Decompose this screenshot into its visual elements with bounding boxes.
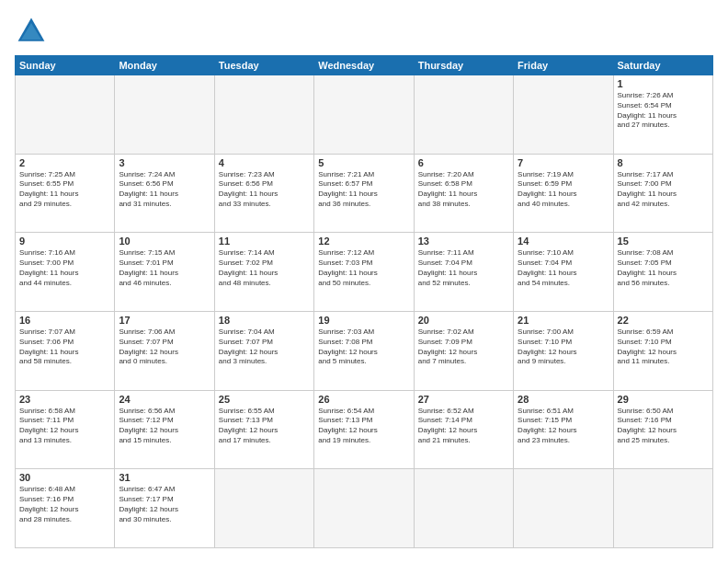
day-number: 28: [518, 394, 609, 405]
day-info: Sunrise: 6:54 AM Sunset: 7:13 PM Dayligh…: [318, 407, 409, 446]
day-number: 6: [418, 157, 509, 168]
day-info: Sunrise: 6:50 AM Sunset: 7:16 PM Dayligh…: [618, 407, 709, 446]
calendar-cell: [214, 75, 313, 155]
day-number: 5: [318, 157, 409, 168]
calendar-cell: 24Sunrise: 6:56 AM Sunset: 7:12 PM Dayli…: [115, 390, 214, 469]
day-info: Sunrise: 6:59 AM Sunset: 7:10 PM Dayligh…: [618, 327, 709, 367]
day-number: 9: [19, 236, 110, 247]
calendar-cell: 25Sunrise: 6:55 AM Sunset: 7:13 PM Dayli…: [214, 390, 313, 469]
calendar-cell: 18Sunrise: 7:04 AM Sunset: 7:07 PM Dayli…: [214, 311, 313, 390]
calendar-cell: 7Sunrise: 7:19 AM Sunset: 6:59 PM Daylig…: [514, 154, 613, 233]
day-info: Sunrise: 7:06 AM Sunset: 7:07 PM Dayligh…: [119, 327, 210, 367]
calendar-cell: 11Sunrise: 7:14 AM Sunset: 7:02 PM Dayli…: [214, 233, 313, 312]
calendar-week-row: 1Sunrise: 7:26 AM Sunset: 6:54 PM Daylig…: [16, 75, 713, 155]
day-info: Sunrise: 7:08 AM Sunset: 7:05 PM Dayligh…: [618, 248, 709, 288]
day-info: Sunrise: 7:10 AM Sunset: 7:04 PM Dayligh…: [518, 248, 609, 288]
calendar-cell: [414, 469, 513, 548]
day-number: 14: [518, 236, 609, 247]
calendar-cell: [314, 75, 414, 155]
calendar-cell: [214, 469, 313, 548]
calendar-week-row: 16Sunrise: 7:07 AM Sunset: 7:06 PM Dayli…: [16, 311, 713, 390]
day-info: Sunrise: 7:21 AM Sunset: 6:57 PM Dayligh…: [318, 170, 409, 210]
calendar-cell: 29Sunrise: 6:50 AM Sunset: 7:16 PM Dayli…: [613, 390, 712, 469]
calendar-cell: 21Sunrise: 7:00 AM Sunset: 7:10 PM Dayli…: [514, 311, 613, 390]
calendar-cell: [314, 469, 414, 548]
calendar-cell: 22Sunrise: 6:59 AM Sunset: 7:10 PM Dayli…: [613, 311, 712, 390]
day-info: Sunrise: 7:24 AM Sunset: 6:56 PM Dayligh…: [119, 170, 210, 210]
calendar-cell: 1Sunrise: 7:26 AM Sunset: 6:54 PM Daylig…: [613, 75, 712, 155]
calendar-cell: 27Sunrise: 6:52 AM Sunset: 7:14 PM Dayli…: [414, 390, 513, 469]
weekday-header-wednesday: Wednesday: [314, 56, 414, 75]
weekday-header-sunday: Sunday: [16, 56, 115, 75]
header: [15, 15, 713, 48]
calendar-cell: 4Sunrise: 7:23 AM Sunset: 6:56 PM Daylig…: [214, 154, 313, 233]
day-info: Sunrise: 7:23 AM Sunset: 6:56 PM Dayligh…: [219, 170, 310, 210]
calendar-cell: 31Sunrise: 6:47 AM Sunset: 7:17 PM Dayli…: [115, 469, 214, 548]
day-number: 2: [19, 157, 110, 168]
calendar-cell: [613, 469, 712, 548]
day-info: Sunrise: 7:14 AM Sunset: 7:02 PM Dayligh…: [219, 248, 310, 288]
day-number: 25: [219, 394, 310, 405]
day-info: Sunrise: 7:00 AM Sunset: 7:10 PM Dayligh…: [518, 327, 609, 367]
day-number: 3: [119, 157, 210, 168]
day-info: Sunrise: 7:03 AM Sunset: 7:08 PM Dayligh…: [318, 327, 409, 367]
day-number: 7: [518, 157, 609, 168]
day-info: Sunrise: 6:52 AM Sunset: 7:14 PM Dayligh…: [418, 407, 509, 446]
day-number: 8: [618, 157, 709, 168]
day-info: Sunrise: 6:47 AM Sunset: 7:17 PM Dayligh…: [119, 485, 210, 524]
calendar-cell: 3Sunrise: 7:24 AM Sunset: 6:56 PM Daylig…: [115, 154, 214, 233]
calendar-cell: 8Sunrise: 7:17 AM Sunset: 7:00 PM Daylig…: [613, 154, 712, 233]
calendar-cell: 23Sunrise: 6:58 AM Sunset: 7:11 PM Dayli…: [16, 390, 115, 469]
day-info: Sunrise: 7:02 AM Sunset: 7:09 PM Dayligh…: [418, 327, 509, 367]
calendar-cell: [514, 75, 613, 155]
day-number: 15: [618, 236, 709, 247]
calendar-table: SundayMondayTuesdayWednesdayThursdayFrid…: [15, 55, 713, 548]
logo: [15, 15, 51, 48]
day-info: Sunrise: 7:11 AM Sunset: 7:04 PM Dayligh…: [418, 248, 509, 288]
day-number: 20: [418, 315, 509, 326]
day-info: Sunrise: 7:07 AM Sunset: 7:06 PM Dayligh…: [19, 327, 110, 367]
day-info: Sunrise: 6:51 AM Sunset: 7:15 PM Dayligh…: [518, 407, 609, 446]
day-info: Sunrise: 7:20 AM Sunset: 6:58 PM Dayligh…: [418, 170, 509, 210]
day-number: 22: [618, 315, 709, 326]
day-number: 21: [518, 315, 609, 326]
calendar-cell: [514, 469, 613, 548]
day-number: 1: [618, 78, 709, 89]
calendar-cell: 10Sunrise: 7:15 AM Sunset: 7:01 PM Dayli…: [115, 233, 214, 312]
day-info: Sunrise: 6:55 AM Sunset: 7:13 PM Dayligh…: [219, 407, 310, 446]
day-info: Sunrise: 6:56 AM Sunset: 7:12 PM Dayligh…: [119, 407, 210, 446]
calendar-cell: 14Sunrise: 7:10 AM Sunset: 7:04 PM Dayli…: [514, 233, 613, 312]
day-number: 13: [418, 236, 509, 247]
day-number: 29: [618, 394, 709, 405]
day-info: Sunrise: 7:17 AM Sunset: 7:00 PM Dayligh…: [618, 170, 709, 210]
day-number: 19: [318, 315, 409, 326]
day-number: 11: [219, 236, 310, 247]
day-number: 27: [418, 394, 509, 405]
calendar-week-row: 9Sunrise: 7:16 AM Sunset: 7:00 PM Daylig…: [16, 233, 713, 312]
day-info: Sunrise: 7:15 AM Sunset: 7:01 PM Dayligh…: [119, 248, 210, 288]
weekday-header-monday: Monday: [115, 56, 214, 75]
day-number: 16: [19, 315, 110, 326]
calendar-cell: 16Sunrise: 7:07 AM Sunset: 7:06 PM Dayli…: [16, 311, 115, 390]
day-info: Sunrise: 7:04 AM Sunset: 7:07 PM Dayligh…: [219, 327, 310, 367]
calendar-cell: 9Sunrise: 7:16 AM Sunset: 7:00 PM Daylig…: [16, 233, 115, 312]
day-number: 18: [219, 315, 310, 326]
day-number: 26: [318, 394, 409, 405]
page: SundayMondayTuesdayWednesdayThursdayFrid…: [0, 0, 728, 563]
day-number: 17: [119, 315, 210, 326]
logo-icon: [15, 15, 48, 48]
day-number: 24: [119, 394, 210, 405]
day-info: Sunrise: 7:19 AM Sunset: 6:59 PM Dayligh…: [518, 170, 609, 210]
calendar-cell: 17Sunrise: 7:06 AM Sunset: 7:07 PM Dayli…: [115, 311, 214, 390]
day-info: Sunrise: 7:16 AM Sunset: 7:00 PM Dayligh…: [19, 248, 110, 288]
day-info: Sunrise: 7:25 AM Sunset: 6:55 PM Dayligh…: [19, 170, 110, 210]
day-info: Sunrise: 6:58 AM Sunset: 7:11 PM Dayligh…: [19, 407, 110, 446]
calendar-cell: 28Sunrise: 6:51 AM Sunset: 7:15 PM Dayli…: [514, 390, 613, 469]
calendar-cell: 26Sunrise: 6:54 AM Sunset: 7:13 PM Dayli…: [314, 390, 414, 469]
calendar-cell: 30Sunrise: 6:48 AM Sunset: 7:16 PM Dayli…: [16, 469, 115, 548]
day-number: 10: [119, 236, 210, 247]
weekday-header-tuesday: Tuesday: [214, 56, 313, 75]
weekday-header-thursday: Thursday: [414, 56, 513, 75]
calendar-cell: 5Sunrise: 7:21 AM Sunset: 6:57 PM Daylig…: [314, 154, 414, 233]
calendar-week-row: 23Sunrise: 6:58 AM Sunset: 7:11 PM Dayli…: [16, 390, 713, 469]
